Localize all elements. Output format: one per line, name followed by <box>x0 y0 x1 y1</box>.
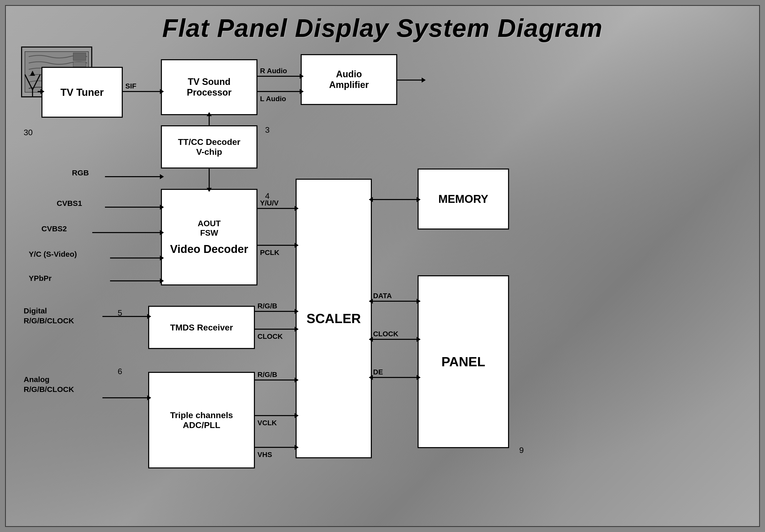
tv-sound-block: TV Sound Processor <box>161 59 258 115</box>
data-label: DATA <box>373 292 392 300</box>
rgb-label: RGB <box>72 169 89 177</box>
cvbs2-label: CVBS2 <box>41 225 67 233</box>
svg-line-3 <box>33 75 40 90</box>
pclk-arrow <box>258 245 296 246</box>
vclk-arrow <box>255 415 296 416</box>
r-audio-label: R Audio <box>260 67 287 75</box>
digital-rgb-label: Digital R/G/B/CLOCK <box>24 306 74 325</box>
svg-rect-6 <box>73 53 86 61</box>
rgb-arrow <box>105 176 161 177</box>
tmds-rgb-label: R/G/B <box>258 302 277 310</box>
de-arrow <box>372 377 417 378</box>
vhs-label: VHS <box>258 451 272 459</box>
yc-arrow <box>110 258 161 259</box>
tmds-clock-arrow <box>255 329 296 330</box>
page-title: Flat Panel Display System Diagram <box>6 6 759 48</box>
clock-panel-arrow <box>372 339 417 340</box>
l-audio-arrow <box>258 91 301 92</box>
cvbs1-label: CVBS1 <box>57 199 82 208</box>
amp-speaker-arrow <box>397 80 423 81</box>
video-decoder-block: AOUT FSW Video Decoder <box>161 189 258 285</box>
pclk-label: PCLK <box>260 249 279 257</box>
antenna-icon <box>24 69 39 95</box>
adc-pll-block: Triple channels ADC/PLL <box>148 372 255 468</box>
tmds-rgb-arrow <box>255 311 296 312</box>
ypbpr-arrow <box>110 280 161 281</box>
data-arrow <box>372 301 417 302</box>
svg-line-2 <box>25 75 33 90</box>
r-audio-arrow <box>258 76 301 77</box>
yc-label: Y/C (S-Video) <box>29 250 77 259</box>
tmds-block: TMDS Receiver <box>148 306 255 349</box>
label-9: 9 <box>519 446 524 455</box>
label-6: 6 <box>118 367 122 376</box>
video-decoder-label: Video Decoder <box>170 243 248 256</box>
vclk-label: VCLK <box>258 419 277 427</box>
sif-arrow <box>123 91 161 92</box>
cvbs1-arrow <box>105 207 161 208</box>
tv-tuner-block: TV Tuner <box>41 67 123 118</box>
panel-block: PANEL <box>417 275 509 448</box>
label-30: 30 <box>24 128 33 137</box>
digital-rgb-arrow <box>102 316 148 317</box>
scaler-block: SCALER <box>296 179 372 458</box>
antenna-arrow <box>38 91 41 92</box>
analog-rgb-arrow <box>102 397 148 398</box>
de-label: DE <box>373 368 383 376</box>
memory-block: MEMORY <box>417 169 509 230</box>
yuv-label: Y/U/V <box>260 199 279 207</box>
adc-rgb-arrow <box>255 379 296 380</box>
svg-marker-4 <box>30 71 35 76</box>
aout-label: AOUT <box>170 219 248 228</box>
label-3: 3 <box>265 125 270 135</box>
svg-rect-7 <box>73 62 86 67</box>
analog-rgb-label: Analog R/G/B/CLOCK <box>24 374 74 394</box>
vhs-arrow <box>255 447 296 448</box>
yuv-arrow <box>258 208 296 209</box>
ttcc-down-arrow <box>209 169 210 189</box>
sif-label: SIF <box>125 82 137 90</box>
l-audio-label: L Audio <box>260 95 286 103</box>
cvbs2-arrow <box>92 232 161 233</box>
fsw-label: FSW <box>170 228 248 238</box>
tmds-clock-label: CLOCK <box>258 332 283 340</box>
diagram: 30 TV Tuner TV Sound Processor Audio Amp… <box>21 47 744 511</box>
clock-panel-label: CLOCK <box>373 330 398 338</box>
scaler-memory-arrow <box>372 199 417 200</box>
adc-rgb-label: R/G/B <box>258 370 277 379</box>
ypbpr-label: YPbPr <box>29 274 52 282</box>
ttcc-up-arrow <box>209 115 210 125</box>
audio-amp-block: Audio Amplifier <box>301 54 397 105</box>
ttcc-block: TT/CC Decoder V-chip <box>161 125 258 169</box>
